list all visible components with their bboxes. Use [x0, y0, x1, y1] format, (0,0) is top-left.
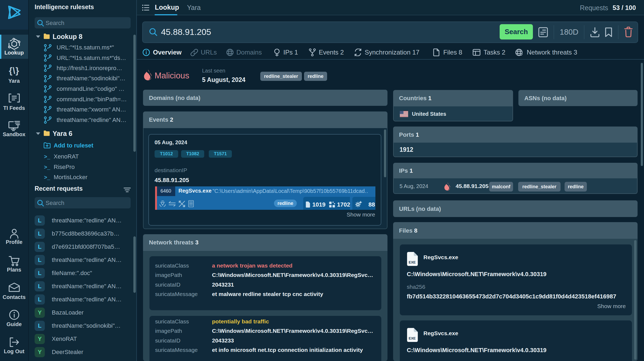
svg-text:EXE: EXE: [409, 336, 416, 340]
svg-text:EXE: EXE: [409, 260, 416, 264]
